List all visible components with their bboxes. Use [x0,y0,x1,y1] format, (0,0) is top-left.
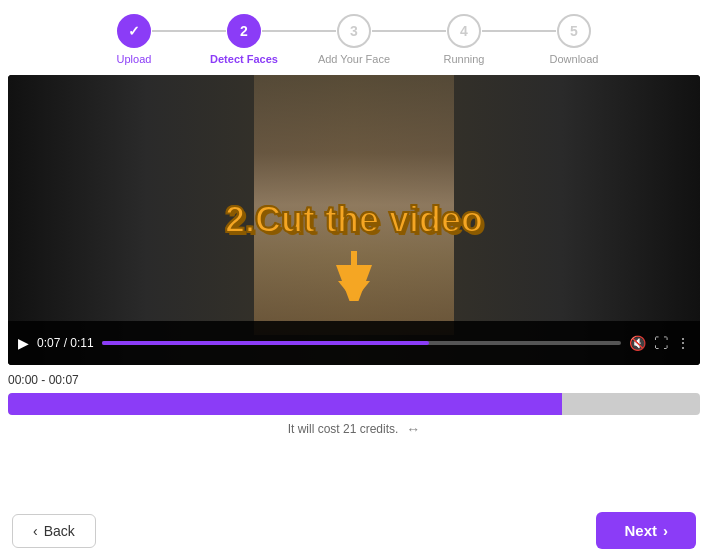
video-player: 2.Cut the video ▶ 0:07 / 0:11 🔇 ⛶ ⋮ [8,75,700,365]
step-download: 5 Download [519,14,629,65]
back-label: Back [44,523,75,539]
stepper: ✓ Upload 2 Detect Faces 3 Add Your Face … [0,0,708,75]
back-arrow-icon: ‹ [33,523,38,539]
next-label: Next [624,522,657,539]
timeline-bar[interactable] [8,393,700,415]
play-button[interactable]: ▶ [18,335,29,351]
step-detect-faces: 2 Detect Faces [189,14,299,65]
video-controls-bar: ▶ 0:07 / 0:11 🔇 ⛶ ⋮ [8,321,700,365]
next-arrow-icon: › [663,522,668,539]
credits-text: It will cost 21 credits. [288,422,399,436]
svg-marker-2 [338,281,370,301]
step-circle-detect: 2 [227,14,261,48]
resize-icon: ↔ [406,421,420,437]
step-label-detect: Detect Faces [210,53,278,65]
arrow-down-icon [334,251,374,310]
video-cut-label: 2.Cut the video [225,199,483,241]
timeline-fill [8,393,562,415]
step-upload: ✓ Upload [79,14,189,65]
fullscreen-icon[interactable]: ⛶ [654,335,668,351]
step-label-running: Running [444,53,485,65]
step-circle-running: 4 [447,14,481,48]
step-circle-add: 3 [337,14,371,48]
next-button[interactable]: Next › [596,512,696,549]
step-add-face: 3 Add Your Face [299,14,409,65]
step-label-download: Download [550,53,599,65]
video-progress-bar[interactable] [102,341,621,345]
footer: ‹ Back Next › [0,502,708,559]
credits-row: It will cost 21 credits. ↔ [0,421,708,437]
time-display: 0:07 / 0:11 [37,336,94,350]
mute-icon[interactable]: 🔇 [629,335,646,351]
step-circle-upload: ✓ [117,14,151,48]
step-running: 4 Running [409,14,519,65]
step-circle-download: 5 [557,14,591,48]
timeline-section: 00:00 - 00:07 [0,365,708,415]
step-label-add: Add Your Face [318,53,390,65]
step-label-upload: Upload [117,53,152,65]
back-button[interactable]: ‹ Back [12,514,96,548]
time-range-label: 00:00 - 00:07 [8,373,700,387]
more-options-icon[interactable]: ⋮ [676,335,690,351]
video-progress-fill [102,341,429,345]
